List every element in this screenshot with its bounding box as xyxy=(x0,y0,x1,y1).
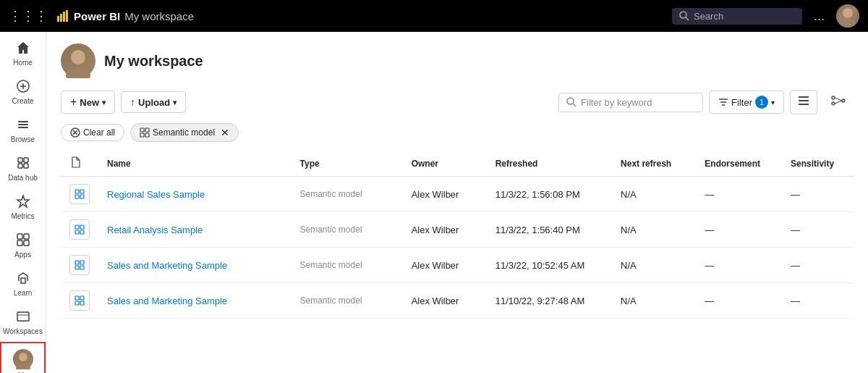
svg-point-7 xyxy=(839,19,856,28)
my-workspace-avatar xyxy=(13,349,33,369)
sidebar-item-datahub[interactable]: Data hub xyxy=(0,150,46,188)
table-row[interactable]: Regional Sales Sample Semantic model Ale… xyxy=(61,177,854,212)
filter-label: Filter xyxy=(731,97,752,108)
semantic-model-chip[interactable]: Semantic model ✕ xyxy=(130,123,239,142)
row-icon-cell xyxy=(61,177,98,212)
table-row[interactable]: Retail Analysis Sample Semantic model Al… xyxy=(61,212,854,248)
upload-button[interactable]: ↑ Upload ▾ xyxy=(121,91,186,113)
col-header-name[interactable]: Name xyxy=(98,151,292,177)
svg-rect-65 xyxy=(80,296,84,300)
table-header-row: Name Type Owner Refreshed Next refresh E… xyxy=(61,151,854,177)
svg-rect-61 xyxy=(80,261,84,264)
row-sensitivity: — xyxy=(782,177,854,212)
sidebar-item-learn[interactable]: Learn xyxy=(0,265,46,303)
workspaces-icon xyxy=(16,309,30,326)
list-view-icon xyxy=(798,95,809,106)
row-next-refresh: N/A xyxy=(612,212,696,248)
svg-rect-20 xyxy=(24,234,29,239)
svg-point-4 xyxy=(680,12,686,18)
row-type: Semantic model xyxy=(292,283,403,319)
col-header-nextrefresh[interactable]: Next refresh xyxy=(612,151,696,177)
svg-line-31 xyxy=(573,104,576,106)
upload-icon: ↑ xyxy=(130,96,135,108)
new-label: New xyxy=(80,97,99,108)
svg-rect-19 xyxy=(17,234,22,239)
row-sensitivity: — xyxy=(782,283,854,319)
svg-rect-53 xyxy=(80,190,84,193)
sidebar-item-metrics[interactable]: Metrics xyxy=(0,188,46,227)
svg-rect-55 xyxy=(80,195,84,198)
svg-rect-0 xyxy=(57,16,59,22)
sidebar-item-myworkspace[interactable]: Myworkspace xyxy=(0,342,46,373)
upload-label: Upload xyxy=(138,97,170,108)
col-header-owner[interactable]: Owner xyxy=(403,151,487,177)
row-icon-cell xyxy=(61,283,98,319)
sidebar-item-browse[interactable]: Browse xyxy=(0,112,46,150)
filter-chevron-icon: ▾ xyxy=(771,99,775,106)
row-name[interactable]: Sales and Marketing Sample xyxy=(98,283,292,319)
table-row[interactable]: Sales and Marketing Sample Semantic mode… xyxy=(61,248,854,283)
col-header-type[interactable]: Type xyxy=(292,151,403,177)
svg-point-40 xyxy=(842,99,845,102)
lineage-view-button[interactable] xyxy=(823,90,854,114)
svg-rect-22 xyxy=(24,240,29,246)
filter-chips: Clear all Semantic model ✕ xyxy=(61,123,854,142)
svg-rect-13 xyxy=(18,127,28,128)
svg-marker-18 xyxy=(17,196,29,207)
table-row[interactable]: Sales and Marketing Sample Semantic mode… xyxy=(61,283,854,319)
semantic-chip-close-icon[interactable]: ✕ xyxy=(221,127,229,138)
main-content: My workspace + New ▾ ↑ Upload ▾ xyxy=(46,32,868,373)
row-next-refresh: N/A xyxy=(612,248,696,283)
plus-icon: + xyxy=(70,96,77,109)
clear-icon xyxy=(70,127,80,138)
row-name[interactable]: Retail Analysis Sample xyxy=(98,212,292,248)
col-header-icon xyxy=(61,151,98,177)
row-sensitivity: — xyxy=(782,212,854,248)
apps-label: Apps xyxy=(14,251,31,259)
svg-rect-21 xyxy=(17,240,22,246)
clear-all-label: Clear all xyxy=(83,127,115,138)
global-search[interactable] xyxy=(672,8,802,25)
svg-rect-63 xyxy=(80,266,84,269)
upload-chevron-icon: ▾ xyxy=(173,99,176,106)
sidebar-item-home[interactable]: Home xyxy=(0,35,46,73)
keyword-filter[interactable] xyxy=(558,93,703,112)
workspace-header: My workspace xyxy=(61,43,854,78)
file-icon xyxy=(69,156,81,168)
create-label: Create xyxy=(12,97,33,106)
list-view-button[interactable] xyxy=(790,90,817,114)
metrics-label: Metrics xyxy=(11,212,34,221)
svg-rect-3 xyxy=(66,10,68,22)
more-options-button[interactable]: ... xyxy=(808,9,830,24)
clear-all-chip[interactable]: Clear all xyxy=(61,124,124,141)
grid-icon[interactable]: ⋮⋮⋮ xyxy=(9,8,48,24)
home-icon xyxy=(16,41,30,57)
search-input[interactable] xyxy=(694,11,780,22)
row-owner: Alex Wilber xyxy=(403,177,487,212)
learn-label: Learn xyxy=(14,289,33,298)
sidebar-item-apps[interactable]: Apps xyxy=(0,227,46,265)
filter-button[interactable]: Filter 1 ▾ xyxy=(709,91,784,114)
row-owner: Alex Wilber xyxy=(403,283,487,319)
avatar-image xyxy=(836,4,859,28)
row-type: Semantic model xyxy=(292,212,403,248)
col-header-endorsement[interactable]: Endorsement xyxy=(696,151,782,177)
sidebar-item-workspaces[interactable]: Workspaces xyxy=(0,303,46,342)
sidebar-item-create[interactable]: Create xyxy=(0,73,46,112)
row-name[interactable]: Regional Sales Sample xyxy=(98,177,292,212)
user-avatar[interactable] xyxy=(836,4,859,28)
col-header-sensitivity[interactable]: Sensitivity xyxy=(782,151,854,177)
keyword-filter-input[interactable] xyxy=(581,97,689,108)
row-refreshed: 11/3/22, 10:52:45 AM xyxy=(487,248,612,283)
datahub-label: Data hub xyxy=(8,174,38,183)
items-table: Name Type Owner Refreshed Next refresh E… xyxy=(61,151,854,319)
metrics-icon xyxy=(16,194,30,211)
svg-point-39 xyxy=(832,102,835,105)
row-sensitivity: — xyxy=(782,248,854,283)
new-button[interactable]: + New ▾ xyxy=(61,91,115,114)
item-icon xyxy=(69,219,90,240)
col-header-refreshed[interactable]: Refreshed xyxy=(487,151,612,177)
row-owner: Alex Wilber xyxy=(403,248,487,283)
svg-line-42 xyxy=(835,101,842,104)
row-name[interactable]: Sales and Marketing Sample xyxy=(98,248,292,283)
